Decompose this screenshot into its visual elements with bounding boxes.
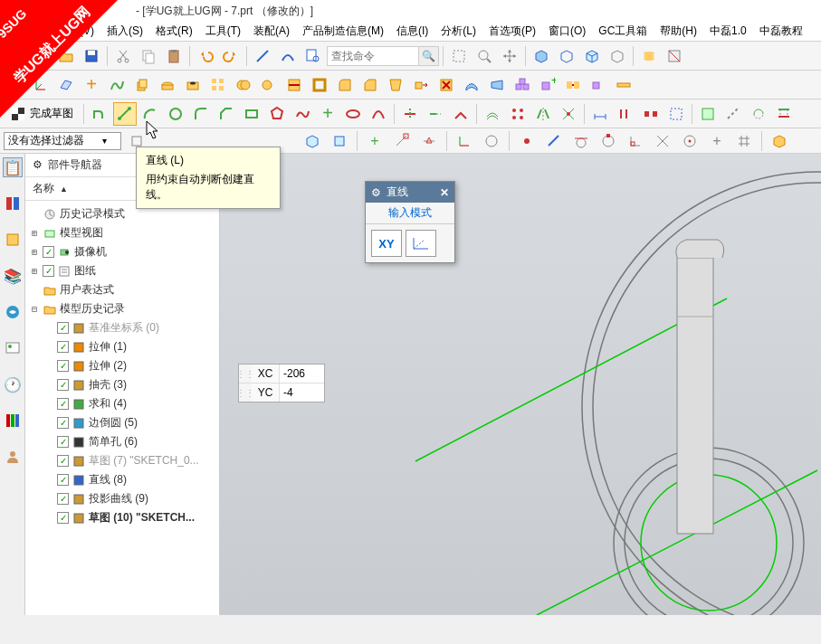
tree-item[interactable]: ⊞模型视图 bbox=[25, 223, 219, 242]
menu-中磊1.0[interactable]: 中磊1.0 bbox=[706, 22, 750, 41]
sketch-arc-icon[interactable] bbox=[138, 102, 162, 126]
sel-face-icon[interactable] bbox=[328, 129, 351, 153]
wcs-rotate-icon[interactable] bbox=[480, 129, 503, 153]
new-icon[interactable] bbox=[29, 44, 53, 68]
tree-item[interactable]: ✓基准坐标系 (0) bbox=[25, 318, 219, 337]
convert-ref-icon[interactable] bbox=[721, 102, 745, 126]
roles-tab-icon[interactable] bbox=[3, 447, 23, 467]
view-cube-icon[interactable] bbox=[768, 129, 791, 153]
quick-extend-icon[interactable] bbox=[424, 102, 447, 126]
menu-视图V[interactable]: 视图(V) bbox=[54, 22, 98, 41]
intersect-point-icon[interactable] bbox=[557, 102, 580, 126]
blend-icon[interactable] bbox=[333, 73, 357, 97]
section-icon[interactable] bbox=[663, 44, 686, 68]
unite-icon[interactable] bbox=[232, 73, 255, 97]
make-symmetric-icon[interactable] bbox=[639, 102, 663, 126]
offset-curve-icon[interactable] bbox=[481, 102, 504, 126]
tree-item[interactable]: ✓求和 (4) bbox=[25, 394, 219, 413]
snap-tangent-icon[interactable] bbox=[569, 129, 593, 153]
perimeter-dim-icon[interactable] bbox=[664, 102, 688, 126]
save-icon[interactable] bbox=[80, 44, 103, 68]
role-tab-icon[interactable] bbox=[3, 194, 23, 213]
tree-item[interactable]: ⊟模型历史记录 bbox=[25, 299, 219, 318]
graphics-viewport[interactable]: ⚙ 直线 ✕ 输入模式 XY ⋮⋮ XC ⋮⋮ YC bbox=[220, 154, 821, 615]
snap-intersect-icon[interactable] bbox=[651, 129, 674, 153]
menu-插入S[interactable]: 插入(S) bbox=[103, 22, 147, 41]
command-finder-icon[interactable] bbox=[301, 44, 325, 68]
param-mode-button[interactable] bbox=[406, 230, 436, 257]
menu-信息I[interactable]: 信息(I) bbox=[393, 22, 432, 41]
assembly-icon[interactable] bbox=[511, 73, 534, 97]
snap-perpendicular-icon[interactable] bbox=[624, 129, 647, 153]
profile-icon[interactable] bbox=[88, 102, 111, 126]
pattern-icon[interactable] bbox=[206, 73, 230, 97]
menu-中磊教程[interactable]: 中磊教程 bbox=[756, 22, 807, 41]
selection-filter-dropdown[interactable]: 没有选择过滤器 bbox=[4, 132, 121, 150]
tree-item[interactable]: ⊞✓图纸 bbox=[25, 261, 219, 280]
system-tab-icon[interactable] bbox=[3, 411, 23, 431]
fit-icon[interactable] bbox=[447, 44, 471, 68]
menu-产品制造信息M[interactable]: 产品制造信息(M) bbox=[299, 22, 387, 41]
hole-icon[interactable] bbox=[181, 73, 205, 97]
curve-icon[interactable] bbox=[105, 73, 129, 97]
pan-icon[interactable] bbox=[498, 44, 521, 68]
menu-工具T[interactable]: 工具(T) bbox=[202, 22, 244, 41]
sketch-rect-icon[interactable] bbox=[240, 102, 263, 126]
tree-item[interactable]: ✓直线 (8) bbox=[25, 470, 219, 489]
yc-input[interactable] bbox=[279, 384, 324, 402]
undo-icon[interactable] bbox=[194, 44, 217, 68]
snap-mid-icon[interactable] bbox=[417, 129, 441, 153]
sketch-ellipse-icon[interactable] bbox=[341, 102, 365, 126]
tree-item[interactable]: ✓草图 (10) "SKETCH... bbox=[25, 508, 219, 527]
move-comp-icon[interactable] bbox=[587, 73, 610, 97]
finish-sketch-button[interactable]: 完成草图 bbox=[4, 103, 80, 125]
datum-csys-icon[interactable] bbox=[29, 73, 53, 97]
grip-icon[interactable]: ⋮⋮ bbox=[239, 384, 252, 402]
tree-item[interactable]: 用户表达式 bbox=[25, 280, 219, 299]
sketch-conic-icon[interactable] bbox=[367, 102, 390, 126]
checkbox[interactable]: ✓ bbox=[43, 265, 54, 277]
sketch-point-icon[interactable]: + bbox=[316, 102, 339, 126]
search-button[interactable]: 🔍 bbox=[418, 47, 438, 65]
reuse-tab-icon[interactable]: 📚 bbox=[3, 266, 23, 286]
arc-icon[interactable] bbox=[276, 44, 300, 68]
sketch-chamfer-icon[interactable] bbox=[215, 102, 238, 126]
checkbox[interactable]: ✓ bbox=[57, 474, 69, 486]
snap-point-icon[interactable]: + bbox=[363, 129, 387, 153]
menu-帮助H[interactable]: 帮助(H) bbox=[656, 22, 701, 41]
gear-icon[interactable]: ⚙ bbox=[371, 186, 381, 199]
snap-line-icon[interactable] bbox=[542, 129, 566, 153]
cube2-icon[interactable] bbox=[555, 44, 578, 68]
open-icon[interactable] bbox=[54, 44, 78, 68]
move-icon[interactable] bbox=[409, 73, 433, 97]
close-icon[interactable]: ✕ bbox=[440, 186, 449, 199]
checkbox[interactable]: ✓ bbox=[57, 322, 69, 334]
tree-item[interactable]: ✓投影曲线 (9) bbox=[25, 489, 219, 508]
tree-item[interactable]: ✓拉伸 (1) bbox=[25, 337, 219, 356]
cube4-icon[interactable] bbox=[606, 44, 629, 68]
hd3d-tab-icon[interactable] bbox=[3, 302, 23, 322]
line-icon[interactable] bbox=[251, 44, 274, 68]
cut-icon[interactable] bbox=[111, 44, 135, 68]
nav-tab-icon[interactable]: 📋 bbox=[3, 157, 23, 177]
sel-cube-icon[interactable] bbox=[301, 129, 324, 153]
tree-item[interactable]: ✓草图 (7) "SKETCH_0... bbox=[25, 451, 219, 470]
extrude-icon[interactable] bbox=[130, 73, 154, 97]
point-icon[interactable]: + bbox=[80, 73, 103, 97]
history-tab-icon[interactable]: 🕐 bbox=[3, 374, 23, 394]
quick-trim-icon[interactable] bbox=[398, 102, 422, 126]
snap-center-icon[interactable] bbox=[678, 129, 702, 153]
checkbox[interactable]: ✓ bbox=[57, 341, 69, 353]
constraint-geo-icon[interactable] bbox=[614, 102, 637, 126]
menu-首选项P[interactable]: 首选项(P) bbox=[485, 22, 539, 41]
internet-tab-icon[interactable] bbox=[3, 338, 23, 358]
snap-quad-icon[interactable] bbox=[597, 129, 620, 153]
draft-icon[interactable] bbox=[384, 73, 407, 97]
redo-icon[interactable] bbox=[219, 44, 243, 68]
surface2-icon[interactable] bbox=[485, 73, 509, 97]
make-corner-icon[interactable] bbox=[449, 102, 473, 126]
checkbox[interactable]: ✓ bbox=[57, 360, 69, 372]
revolve-icon[interactable] bbox=[156, 73, 179, 97]
line-dialog-title[interactable]: ⚙ 直线 ✕ bbox=[366, 182, 454, 203]
grip-icon[interactable]: ⋮⋮ bbox=[239, 365, 252, 383]
